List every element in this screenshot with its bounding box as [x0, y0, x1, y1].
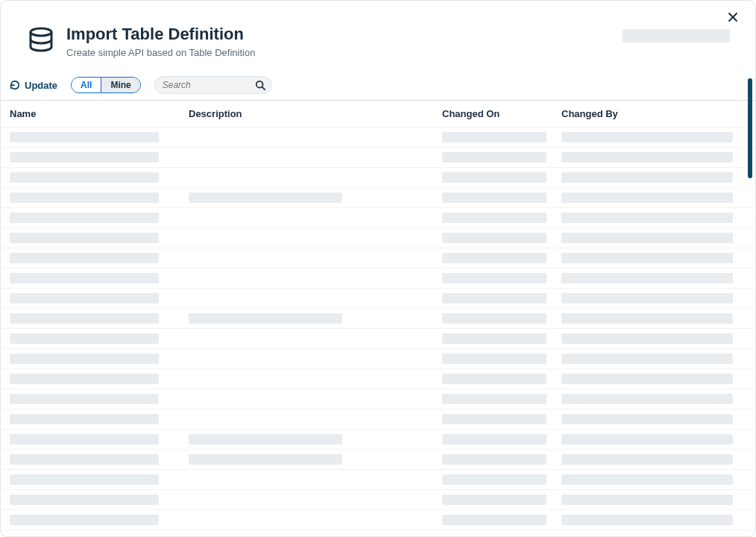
cell-changed-by [561, 313, 746, 324]
table-row[interactable] [1, 208, 755, 228]
refresh-icon [10, 80, 20, 90]
update-label: Update [25, 80, 57, 91]
cell-name [10, 172, 189, 183]
close-button[interactable] [727, 11, 742, 26]
table: Name Description Changed On Changed By [1, 100, 755, 536]
cell-changed-on [442, 213, 561, 223]
table-header-row: Name Description Changed On Changed By [1, 101, 755, 128]
cell-name [10, 132, 189, 142]
cell-changed-by [561, 293, 746, 304]
cell-changed-on [442, 474, 561, 485]
cell-changed-by [561, 213, 746, 223]
cell-changed-by [561, 333, 746, 344]
cell-name [10, 293, 189, 304]
filter-all-button[interactable]: All [72, 78, 101, 92]
table-row[interactable] [1, 188, 755, 208]
cell-changed-on [442, 414, 561, 424]
filter-segmented-control: All Mine [71, 77, 141, 93]
cell-changed-on [442, 253, 561, 263]
table-row[interactable] [1, 409, 755, 430]
dialog-subtitle: Create simple API based on Table Definit… [66, 47, 623, 58]
column-header-changed-on[interactable]: Changed On [442, 108, 561, 119]
cell-changed-on [442, 293, 561, 304]
cell-changed-by [561, 152, 746, 163]
search-icon [255, 80, 265, 90]
table-row[interactable] [1, 128, 755, 148]
cell-name [10, 454, 189, 465]
cell-changed-by [561, 515, 746, 525]
dialog-header: Import Table Definition Create simple AP… [1, 1, 755, 58]
column-header-name[interactable]: Name [10, 108, 189, 119]
cell-changed-by [561, 192, 746, 203]
table-row[interactable] [1, 168, 755, 188]
cell-description [189, 192, 442, 203]
cell-name [10, 374, 189, 384]
cell-name [10, 333, 189, 344]
cell-name [10, 494, 189, 505]
cell-name [10, 414, 189, 424]
cell-changed-by [561, 474, 746, 485]
table-row[interactable] [1, 268, 755, 289]
toolbar: Update All Mine [1, 58, 755, 100]
cell-changed-on [442, 494, 561, 505]
table-row[interactable] [1, 389, 755, 409]
table-row[interactable] [1, 329, 755, 349]
cell-description [189, 434, 442, 445]
search-field-wrapper [154, 76, 272, 94]
cell-changed-on [442, 233, 561, 243]
update-button[interactable]: Update [10, 80, 57, 91]
column-header-description[interactable]: Description [189, 108, 442, 119]
cell-changed-by [561, 172, 746, 183]
table-row[interactable] [1, 470, 755, 490]
svg-point-0 [31, 28, 51, 36]
cell-name [10, 394, 189, 404]
cell-changed-by [561, 132, 746, 142]
filter-mine-button[interactable]: Mine [101, 78, 139, 92]
table-row[interactable] [1, 309, 755, 329]
cell-changed-by [561, 494, 746, 505]
search-input[interactable] [155, 80, 271, 90]
table-row[interactable] [1, 510, 755, 530]
cell-changed-on [442, 515, 561, 525]
cell-changed-by [561, 454, 746, 465]
cell-name [10, 313, 189, 324]
cell-description [189, 454, 442, 465]
table-row[interactable] [1, 349, 755, 369]
table-row[interactable] [1, 289, 755, 309]
header-action-placeholder [623, 29, 730, 43]
cell-changed-on [442, 313, 561, 324]
cell-name [10, 192, 189, 203]
table-row[interactable] [1, 148, 755, 168]
cell-changed-by [561, 394, 746, 404]
table-row[interactable] [1, 248, 755, 268]
cell-name [10, 515, 189, 525]
cell-changed-by [561, 273, 746, 283]
cell-changed-by [561, 253, 746, 263]
cell-changed-on [442, 354, 561, 364]
cell-changed-by [561, 374, 746, 384]
cell-changed-by [561, 354, 746, 364]
cell-name [10, 273, 189, 283]
database-icon [26, 25, 56, 54]
table-body [1, 128, 755, 530]
cell-changed-on [442, 434, 561, 445]
cell-changed-on [442, 454, 561, 465]
table-row[interactable] [1, 430, 755, 450]
cell-changed-by [561, 233, 746, 243]
cell-name [10, 233, 189, 243]
table-row[interactable] [1, 490, 755, 510]
column-header-changed-by[interactable]: Changed By [561, 108, 746, 119]
cell-changed-on [442, 132, 561, 142]
cell-changed-by [561, 434, 746, 445]
cell-name [10, 434, 189, 445]
cell-name [10, 474, 189, 485]
table-row[interactable] [1, 228, 755, 248]
cell-changed-on [442, 273, 561, 283]
table-row[interactable] [1, 450, 755, 470]
import-table-definition-dialog: Import Table Definition Create simple AP… [0, 0, 756, 537]
table-row[interactable] [1, 369, 755, 389]
scrollbar-thumb[interactable] [748, 78, 752, 178]
close-icon [727, 11, 739, 23]
cell-changed-on [442, 152, 561, 163]
cell-name [10, 253, 189, 263]
